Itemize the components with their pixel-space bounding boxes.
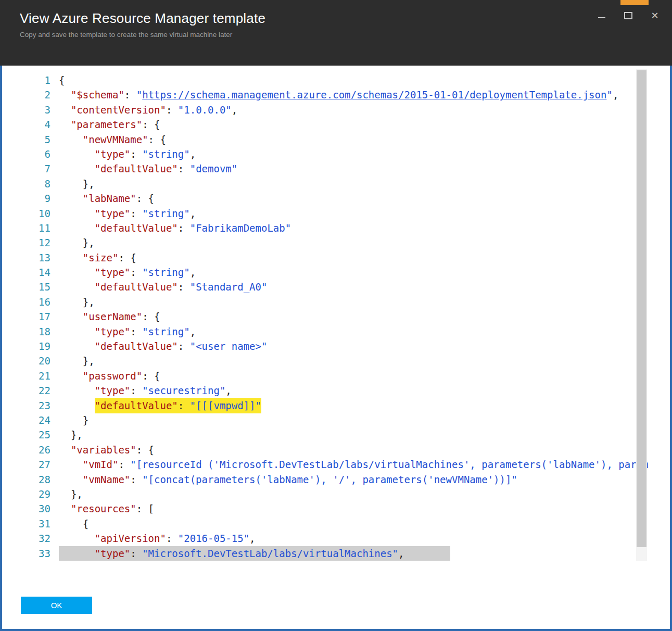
code-line: 18 "type": "string", <box>2 324 670 339</box>
code-line: 9 "labName": { <box>2 191 670 206</box>
code-text: }, <box>59 295 95 309</box>
dialog-title: View Azure Resource Manager template <box>20 10 672 27</box>
code-text: "type": "string", <box>59 324 196 339</box>
code-line: 12 }, <box>2 235 670 250</box>
code-line: 22 "type": "securestring", <box>2 383 670 398</box>
line-number: 6 <box>21 147 50 161</box>
code-line: 20 }, <box>2 354 670 368</box>
line-number: 3 <box>21 103 50 117</box>
code-text: "variables": { <box>59 443 154 457</box>
code-line: 31 { <box>2 516 670 531</box>
code-text: "parameters": { <box>59 117 160 132</box>
line-number: 21 <box>21 369 50 383</box>
scrollbar-thumb[interactable] <box>637 70 646 547</box>
code-text: } <box>59 413 88 427</box>
code-line: 14 "type": "string", <box>2 265 670 280</box>
line-number: 27 <box>21 457 50 472</box>
maximize-icon <box>624 12 632 19</box>
code-text: }, <box>59 176 95 191</box>
code-text: }, <box>59 235 95 250</box>
code-line: 29 }, <box>2 487 670 501</box>
code-text: "size": { <box>59 250 136 265</box>
code-text: "vmName": "[concat(parameters('labName')… <box>59 472 517 487</box>
code-line: 28 "vmName": "[concat(parameters('labNam… <box>2 472 670 487</box>
line-number: 23 <box>21 398 50 413</box>
line-number: 14 <box>21 265 50 280</box>
line-number: 15 <box>21 280 50 294</box>
code-text: "type": "securestring", <box>59 383 232 398</box>
dialog-window: View Azure Resource Manager template Cop… <box>0 0 672 631</box>
code-text: "contentVersion": "1.0.0.0", <box>59 103 237 117</box>
line-number: 12 <box>21 235 50 250</box>
line-number: 32 <box>21 531 50 546</box>
code-line: 33 "type": "Microsoft.DevTestLab/labs/vi… <box>2 546 670 561</box>
code-text: "$schema": "https://schema.management.az… <box>59 87 618 102</box>
line-number: 5 <box>21 132 50 147</box>
code-text: "defaultValue": "<user name>" <box>59 339 267 354</box>
dialog-body: 1{2 "$schema": "https://schema.managemen… <box>0 66 672 631</box>
code-text: "userName": { <box>59 309 160 324</box>
dialog-subtitle: Copy and save the template to create the… <box>20 31 672 39</box>
code-line: 2 "$schema": "https://schema.management.… <box>2 87 670 102</box>
maximize-button[interactable] <box>623 10 633 21</box>
line-number: 2 <box>21 87 50 102</box>
line-number: 10 <box>21 206 50 221</box>
code-text: "vmId": "[resourceId ('Microsoft.DevTest… <box>59 457 649 472</box>
code-line: 7 "defaultValue": "demovm" <box>2 161 670 176</box>
line-number: 31 <box>21 516 50 531</box>
code-line: 26 "variables": { <box>2 443 670 457</box>
schema-url-link[interactable]: https://schema.management.azure.com/sche… <box>142 89 606 100</box>
template-code-viewer: 1{2 "$schema": "https://schema.managemen… <box>2 66 670 561</box>
code-text: }, <box>59 487 83 501</box>
code-text: { <box>59 516 88 531</box>
line-number: 22 <box>21 383 50 398</box>
code-line: 4 "parameters": { <box>2 117 670 132</box>
code-line: 21 "password": { <box>2 369 670 383</box>
line-number: 24 <box>21 413 50 427</box>
line-number: 13 <box>21 250 50 265</box>
code-line: 32 "apiVersion": "2016-05-15", <box>2 531 670 546</box>
code-text: "defaultValue": "Standard_A0" <box>59 280 267 294</box>
line-number: 8 <box>21 176 50 191</box>
window-controls: ✕ <box>597 10 660 21</box>
code-text: "defaultValue": "[[[vmpwd]]" <box>59 398 261 413</box>
line-number: 17 <box>21 309 50 324</box>
code-text: { <box>59 73 65 87</box>
line-number: 4 <box>21 117 50 132</box>
code-text: "resources": [ <box>59 501 154 516</box>
line-number: 18 <box>21 324 50 339</box>
line-number: 25 <box>21 427 50 442</box>
code-text: "labName": { <box>59 191 154 206</box>
code-line: 3 "contentVersion": "1.0.0.0", <box>2 103 670 117</box>
code-text: "password": { <box>59 369 160 383</box>
code-line: 17 "userName": { <box>2 309 670 324</box>
code-line: 5 "newVMName": { <box>2 132 670 147</box>
line-number: 1 <box>21 73 50 87</box>
code-text: "type": "string", <box>59 147 196 161</box>
code-line: 10 "type": "string", <box>2 206 670 221</box>
line-number: 7 <box>21 161 50 176</box>
minimize-icon <box>598 17 605 18</box>
ok-button[interactable]: OK <box>21 597 92 614</box>
vertical-scrollbar[interactable] <box>636 69 647 561</box>
close-icon: ✕ <box>651 10 658 21</box>
code-text: "type": "string", <box>59 206 196 221</box>
code-text: }, <box>59 354 95 368</box>
code-text: "defaultValue": "FabrikamDemoLab" <box>59 221 291 235</box>
line-number: 20 <box>21 354 50 368</box>
code-line: 24 } <box>2 413 670 427</box>
line-number: 33 <box>21 546 50 561</box>
line-number: 26 <box>21 443 50 457</box>
orange-highlight-marker <box>620 0 649 5</box>
code-text: "type": "string", <box>59 265 196 280</box>
minimize-button[interactable] <box>597 10 607 21</box>
code-line: 15 "defaultValue": "Standard_A0" <box>2 280 670 294</box>
code-line: 6 "type": "string", <box>2 147 670 161</box>
line-number: 16 <box>21 295 50 309</box>
code-line: 16 }, <box>2 295 670 309</box>
close-button[interactable]: ✕ <box>650 10 660 21</box>
code-text: "apiVersion": "2016-05-15", <box>59 531 256 546</box>
line-number: 29 <box>21 487 50 501</box>
code-text-selected: "type": "Microsoft.DevTestLab/labs/virtu… <box>59 546 450 561</box>
code-text: "defaultValue": "demovm" <box>59 161 237 176</box>
